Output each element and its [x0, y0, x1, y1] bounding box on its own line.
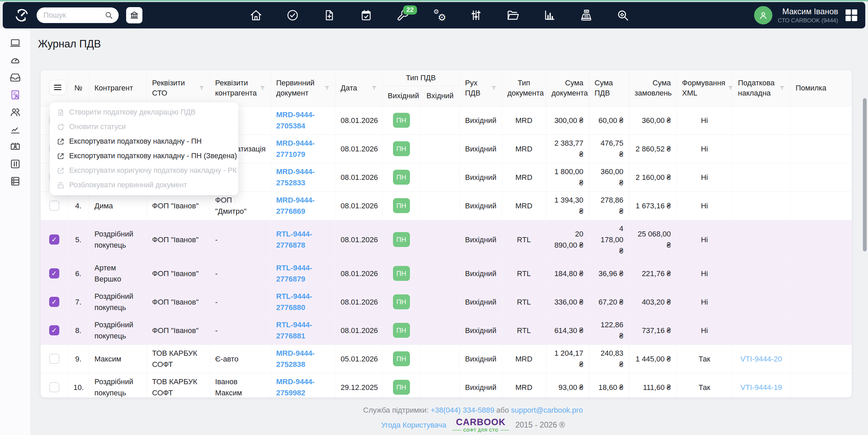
table-actions-button[interactable]: [50, 80, 66, 95]
cell-invoice: [732, 259, 790, 288]
cell-xml: Ні: [676, 220, 732, 259]
menu-item[interactable]: Експортувати податкову накладну - ПН: [50, 134, 238, 149]
row-checkbox[interactable]: [49, 234, 59, 245]
primary-document-link[interactable]: MRD-9444-2759982: [276, 376, 330, 397]
cell-error: [790, 259, 852, 288]
row-checkbox[interactable]: [49, 201, 59, 211]
cell-xml: Ні: [676, 316, 732, 345]
billboard-icon[interactable]: [9, 141, 21, 152]
filter-icon[interactable]: [372, 86, 377, 90]
pdv-out-badge: ПН: [393, 141, 410, 156]
row-checkbox[interactable]: [49, 297, 59, 307]
home-icon[interactable]: [250, 9, 262, 22]
cell-num: 7.: [68, 288, 89, 316]
folder-icon[interactable]: [506, 9, 519, 22]
server-icon[interactable]: [9, 175, 21, 187]
terms-link[interactable]: Угода Користувача: [381, 421, 446, 430]
export-icon: [57, 152, 65, 160]
cell-doc-type: RTL: [502, 220, 546, 259]
primary-document-link[interactable]: RTL-9444-2776879: [276, 262, 330, 285]
cell-contragent: Максим: [89, 345, 146, 373]
menu-item[interactable]: Експортувати податкову накладну - ПН (Зв…: [50, 149, 238, 163]
cell-flow: Вихідний: [459, 373, 502, 397]
control-panel-icon[interactable]: [9, 158, 21, 170]
cell-pdv-in: [420, 345, 459, 373]
cell-pdv-out: ПН: [382, 373, 420, 397]
cash-register-icon[interactable]: [580, 9, 593, 22]
inbox-icon[interactable]: [9, 72, 21, 83]
cell-sum-orders: 2 160,00 ₴: [629, 163, 676, 191]
cell-contragent: Роздрібний покупець: [89, 373, 146, 397]
row-checkbox[interactable]: [49, 354, 59, 364]
person-icon: [758, 10, 769, 21]
row-checkbox[interactable]: [49, 382, 59, 392]
carbook-logo-icon[interactable]: [14, 8, 29, 23]
cell-doc: RTL-9444-2776878: [271, 220, 335, 259]
users-icon[interactable]: [9, 106, 21, 118]
cell-flow: Вихідний: [459, 134, 502, 163]
filter-icon[interactable]: [324, 86, 330, 90]
user-menu[interactable]: Максим Іванов СТО CARBOOK (9444): [754, 2, 859, 28]
cell-pdv-in: [420, 220, 459, 259]
check-circle-icon[interactable]: [286, 9, 299, 22]
cell-pdv-out: ПН: [382, 106, 420, 134]
menu-item[interactable]: Розблокувати первинний документ: [50, 178, 238, 192]
sliders-icon[interactable]: [470, 9, 482, 22]
filter-icon[interactable]: [728, 86, 733, 90]
menu-item[interactable]: Експортувати коригуючу податкову накладн…: [50, 163, 238, 178]
pdv-out-badge: ПН: [393, 113, 410, 128]
document-add-icon[interactable]: [323, 9, 336, 22]
primary-document-link[interactable]: MRD-9444-2705384: [276, 109, 330, 131]
primary-document-link[interactable]: RTL-9444-2776881: [276, 319, 330, 341]
row-checkbox[interactable]: [49, 268, 59, 278]
cell-select: [41, 191, 68, 220]
client-document-icon[interactable]: [9, 89, 21, 101]
bar-chart-icon[interactable]: [543, 9, 556, 22]
search-input[interactable]: [43, 11, 104, 20]
cell-sto: ФОП "Іванов": [146, 191, 210, 220]
header-doc: Первинний документ: [271, 70, 335, 106]
cell-sum-pdv: 278,86 ₴: [589, 191, 629, 220]
cell-error: [790, 288, 852, 316]
tax-invoice-link[interactable]: VTI-9444-19: [741, 383, 782, 392]
laptop-icon[interactable]: [9, 37, 21, 49]
tax-invoice-link[interactable]: VTI-9444-20: [741, 355, 782, 363]
row-checkbox[interactable]: [49, 325, 59, 335]
cell-invoice: [732, 163, 790, 191]
bank-button[interactable]: [126, 7, 142, 23]
vertical-scrollbar-thumb[interactable]: [863, 98, 867, 251]
calendar-check-icon[interactable]: [360, 9, 373, 22]
filter-icon[interactable]: [491, 86, 496, 90]
cell-contragent-req: Є-авто: [210, 345, 271, 373]
wrench-icon[interactable]: 22: [396, 9, 409, 22]
cell-doc: MRD-9444-2752838: [271, 345, 335, 373]
filter-icon[interactable]: [780, 86, 785, 90]
cell-error: [790, 345, 852, 373]
line-chart-icon[interactable]: [9, 124, 21, 135]
primary-document-link[interactable]: MRD-9444-2752833: [276, 166, 330, 188]
cell-date: 08.01.2026: [335, 316, 382, 345]
search-settings-icon[interactable]: [616, 9, 629, 22]
search-box: [37, 7, 119, 23]
cell-doc: MRD-9444-2752833: [271, 163, 335, 191]
primary-document-link[interactable]: RTL-9444-2776878: [276, 228, 330, 251]
search-icon[interactable]: [104, 11, 113, 20]
menu-item[interactable]: Створити податкову декларацію ПДВ: [50, 105, 238, 120]
filter-icon[interactable]: [260, 86, 265, 90]
cell-contragent: Дима: [89, 191, 146, 220]
support-phone-link[interactable]: +38(044) 334-5889: [431, 406, 494, 414]
primary-document-link[interactable]: RTL-9444-2776880: [276, 291, 330, 313]
filter-icon[interactable]: [199, 86, 204, 90]
page-footer: Служба підтримки: +38(044) 334-5889 або …: [78, 406, 868, 432]
apps-grid-icon[interactable]: [844, 7, 859, 23]
primary-document-link[interactable]: MRD-9444-2771079: [276, 138, 330, 160]
gauge-icon[interactable]: [9, 55, 21, 66]
cell-doc-type: MRD: [502, 373, 546, 397]
gears-icon[interactable]: ⚙⚙: [433, 9, 446, 22]
support-email-link[interactable]: support@carbook.pro: [511, 406, 583, 414]
header-sum-pdv: Сума ПДВ: [589, 70, 629, 106]
primary-document-link[interactable]: MRD-9444-2776869: [276, 194, 330, 217]
menu-item[interactable]: Оновити статуси: [50, 120, 238, 134]
cell-xml: Так: [676, 373, 732, 397]
primary-document-link[interactable]: MRD-9444-2752838: [276, 348, 330, 370]
